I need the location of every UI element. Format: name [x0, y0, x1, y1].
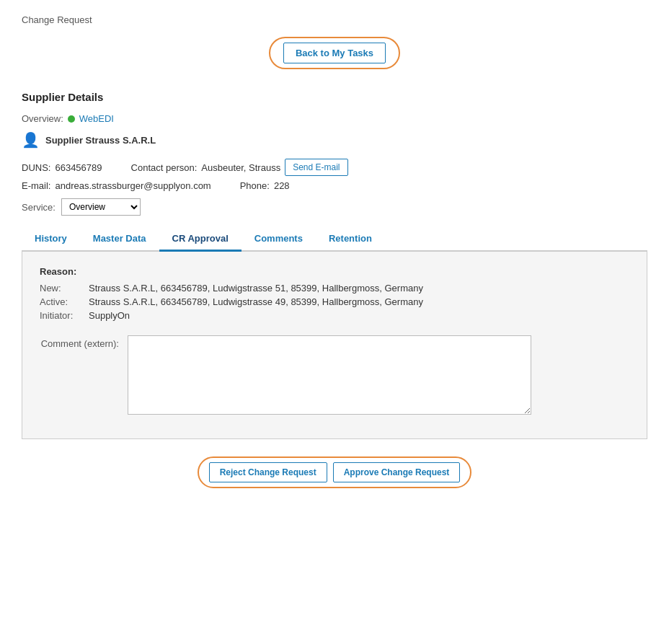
initiator-value: SupplyOn — [89, 310, 130, 321]
supplier-icon: 👤 — [22, 131, 40, 149]
tab-history[interactable]: History — [22, 227, 80, 252]
webedi-link[interactable]: WebEDI — [79, 113, 114, 124]
approve-change-request-button[interactable]: Approve Change Request — [333, 462, 461, 482]
back-to-my-tasks-button[interactable]: Back to My Tasks — [283, 43, 386, 63]
comment-section: Comment (extern): — [40, 335, 629, 415]
back-btn-oval-decoration: Back to My Tasks — [269, 37, 400, 69]
tab-cr-approval[interactable]: CR Approval — [159, 227, 242, 252]
tab-comments[interactable]: Comments — [242, 227, 316, 252]
email-phone-row: E-mail: andreas.strassburger@supplyon.co… — [22, 180, 647, 191]
status-dot-green — [68, 115, 75, 123]
duns-group: DUNS: 663456789 — [22, 162, 102, 173]
send-email-button[interactable]: Send E-mail — [285, 159, 347, 176]
service-row: Service: Overview Details Settings — [22, 198, 647, 216]
supplier-details-title: Supplier Details — [22, 91, 647, 103]
phone-label: Phone: — [240, 180, 270, 191]
cr-approval-content: Reason: New: Strauss S.A.R.L, 663456789,… — [22, 252, 647, 439]
active-label: Active: — [40, 296, 83, 307]
supplier-name-row: 👤 Supplier Strauss S.A.R.L — [22, 131, 647, 149]
email-label: E-mail: — [22, 180, 50, 191]
tabs-bar: History Master Data CR Approval Comments… — [22, 227, 647, 252]
overview-row: Overview: WebEDI — [22, 113, 647, 124]
reason-section: Reason: New: Strauss S.A.R.L, 663456789,… — [40, 266, 629, 321]
contact-value: Ausbeuter, Strauss — [201, 162, 280, 173]
reject-change-request-button[interactable]: Reject Change Request — [209, 462, 327, 482]
new-value: Strauss S.A.R.L, 663456789, Ludwigstrass… — [89, 283, 423, 294]
new-row: New: Strauss S.A.R.L, 663456789, Ludwigs… — [40, 283, 629, 294]
email-group: E-mail: andreas.strassburger@supplyon.co… — [22, 180, 211, 191]
tab-retention[interactable]: Retention — [316, 227, 385, 252]
contact-group: Contact person: Ausbeuter, Strauss Send … — [131, 159, 348, 176]
action-oval-decoration: Reject Change Request Approve Change Req… — [198, 456, 472, 488]
duns-label: DUNS: — [22, 162, 50, 173]
service-label: Service: — [22, 202, 56, 213]
duns-contact-row: DUNS: 663456789 Contact person: Ausbeute… — [22, 159, 647, 176]
phone-group: Phone: 228 — [240, 180, 290, 191]
initiator-label: Initiator: — [40, 310, 83, 321]
phone-value: 228 — [274, 180, 290, 191]
action-buttons-wrapper: Reject Change Request Approve Change Req… — [22, 456, 647, 488]
comment-extern-textarea[interactable] — [128, 335, 531, 415]
service-select[interactable]: Overview Details Settings — [61, 198, 141, 216]
contact-label: Contact person: — [131, 162, 198, 173]
supplier-details-section: Supplier Details Overview: WebEDI 👤 Supp… — [22, 91, 647, 216]
new-label: New: — [40, 283, 83, 294]
reason-title: Reason: — [40, 266, 629, 277]
supplier-name: Supplier Strauss S.A.R.L — [45, 135, 156, 146]
overview-label: Overview: — [22, 113, 63, 124]
page-title: Change Request — [22, 14, 647, 25]
initiator-row: Initiator: SupplyOn — [40, 310, 629, 321]
active-value: Strauss S.A.R.L, 663456789, Ludwigstrass… — [89, 296, 423, 307]
email-value: andreas.strassburger@supplyon.com — [55, 180, 211, 191]
tab-master-data[interactable]: Master Data — [80, 227, 159, 252]
active-row: Active: Strauss S.A.R.L, 663456789, Ludw… — [40, 296, 629, 307]
back-btn-container: Back to My Tasks — [22, 37, 647, 69]
duns-value: 663456789 — [55, 162, 102, 173]
comment-extern-label: Comment (extern): — [40, 335, 119, 349]
